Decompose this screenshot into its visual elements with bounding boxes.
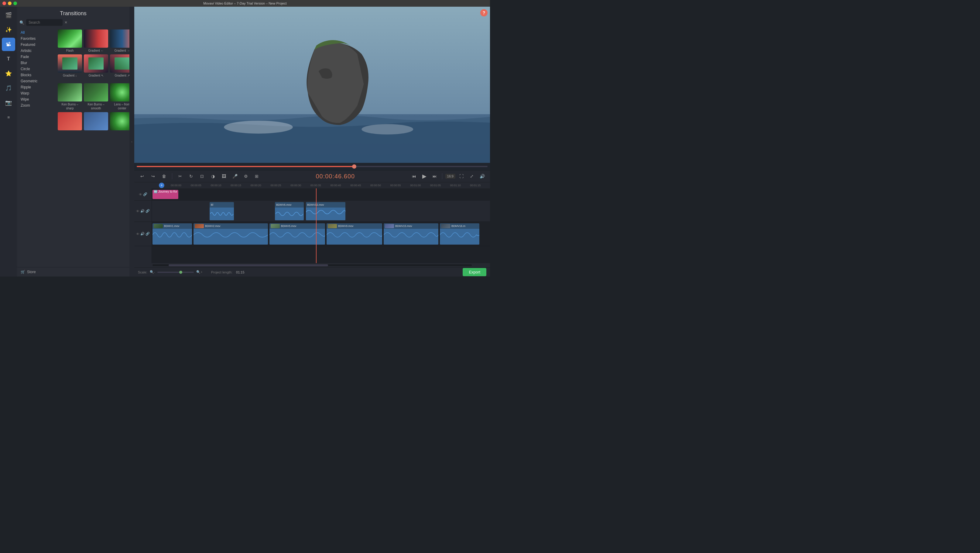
timeline-body: 👁 🔗 👁 🔊 🔗 👁 🔊 🔗 <box>134 188 490 263</box>
skip-forward-button[interactable]: ⏭ <box>430 172 439 180</box>
sidebar-item-media[interactable]: 🎬 <box>2 8 15 22</box>
skip-back-button[interactable]: ⏮ <box>410 172 418 180</box>
transitions-panel: Transitions 🔍 ✕ All Favorites Featured A… <box>17 7 129 276</box>
search-input[interactable] <box>26 19 62 26</box>
voice-button[interactable]: 🎤 <box>231 172 239 180</box>
transitions-grid: Flash Gradient ← Gradient → Gradient ↑ <box>58 29 128 131</box>
panel-collapse-button[interactable]: ‹ <box>129 7 134 276</box>
category-blur[interactable]: Blur <box>17 60 57 66</box>
clip-bdmv15[interactable]: BDMV15.mov <box>384 223 438 245</box>
transition-flower2[interactable] <box>84 112 108 131</box>
crop-button[interactable]: ⊡ <box>198 172 206 180</box>
store-button[interactable]: 🛒 Store <box>17 267 129 276</box>
category-geometric[interactable]: Geometric <box>17 78 57 84</box>
link-icon-main[interactable]: 🔗 <box>145 232 150 236</box>
clip-bdmv6[interactable]: BDMV6.mov <box>275 202 304 220</box>
transition-kb-sharp[interactable]: Ken Burns –sharp <box>58 83 82 110</box>
transition-lens2[interactable] <box>110 112 129 131</box>
category-wipe[interactable]: Wipe <box>17 96 57 102</box>
category-all[interactable]: All <box>17 29 57 35</box>
category-favorites[interactable]: Favorites <box>17 35 57 41</box>
color-button[interactable]: ◑ <box>209 172 217 180</box>
transition-lens-center-thumb <box>110 83 129 102</box>
eye-icon-main[interactable]: 👁 <box>136 232 140 236</box>
category-artistic[interactable]: Artistic <box>17 48 57 54</box>
eye-icon-title[interactable]: 👁 <box>139 193 142 196</box>
tracks-area[interactable]: 🔤 Journey to Ke Bl <box>152 188 490 263</box>
sidebar-item-titles[interactable]: T <box>2 52 15 65</box>
minimize-button[interactable] <box>8 2 11 5</box>
category-featured[interactable]: Featured <box>17 41 57 48</box>
close-button[interactable] <box>2 2 6 5</box>
progress-track[interactable] <box>137 166 488 167</box>
sidebar-item-stickers[interactable]: ⭐ <box>2 67 15 80</box>
sidebar-item-transitions[interactable]: 📽 <box>2 38 15 51</box>
ruler-mark-55: 00:00:55 <box>390 184 410 187</box>
transition-flower2-thumb <box>84 112 108 130</box>
clip-journey[interactable]: 🔤 Journey to Ke <box>153 190 178 199</box>
category-zoom[interactable]: Zoom <box>17 102 57 108</box>
export-button[interactable]: Export <box>463 268 486 276</box>
add-track-button[interactable]: + <box>159 183 164 188</box>
scale-thumb[interactable] <box>179 271 182 274</box>
clip-bdmv2[interactable]: BDMV2.mov <box>194 223 268 245</box>
broll-track: Bl BDMV6.mov <box>152 201 490 222</box>
ruler-mark-0: 00:00:00 <box>171 184 191 187</box>
volume-icon-broll[interactable]: 🔊 <box>140 209 145 213</box>
title-track-controls: 👁 🔗 <box>134 188 151 201</box>
ruler-mark-5: 00:00:05 <box>191 184 211 187</box>
sidebar-item-camera[interactable]: 📷 <box>2 96 15 109</box>
sidebar-item-audio[interactable]: 🎵 <box>2 81 15 95</box>
transition-gradient-tl[interactable]: Gradient ↖ <box>84 54 108 81</box>
timeline: + 00:00:00 00:00:05 00:00:10 00:00:15 00… <box>134 182 490 276</box>
sidebar-item-effects[interactable]: ✨ <box>2 23 15 37</box>
transition-gradient-right[interactable]: Gradient → <box>110 29 129 53</box>
fullscreen-button[interactable]: ⛶ <box>457 172 466 180</box>
transition-gradient-tr[interactable]: Gradient ↗ <box>110 54 129 81</box>
maximize-button[interactable] <box>13 2 17 5</box>
clip-bl[interactable]: Bl <box>210 202 234 220</box>
clip-bdmv5[interactable]: BDMV5.mov <box>269 223 325 245</box>
audio-mix-button[interactable]: ⊞ <box>253 172 261 180</box>
sidebar-item-more[interactable]: ≡ <box>2 111 15 124</box>
category-warp[interactable]: Warp <box>17 90 57 96</box>
volume-icon-main[interactable]: 🔊 <box>140 232 145 236</box>
svg-point-3 <box>224 121 293 133</box>
eye-icon-broll[interactable]: 👁 <box>136 209 140 213</box>
clip-bdmv16[interactable]: BDMV16.m <box>440 223 479 245</box>
link-icon-title[interactable]: 🔗 <box>143 192 147 196</box>
clip-bdmv1[interactable]: BDMV1.mov <box>153 223 192 245</box>
undo-button[interactable]: ↩ <box>138 172 146 180</box>
preview-progress <box>134 163 490 170</box>
progress-thumb[interactable] <box>352 164 356 169</box>
ruler-mark-20: 00:00:20 <box>251 184 270 187</box>
scale-slider[interactable] <box>158 272 194 273</box>
clip-bdmv9[interactable]: BDMV9.mov <box>326 223 382 245</box>
category-ripple[interactable]: Ripple <box>17 84 57 90</box>
settings-button[interactable]: ⚙ <box>242 172 250 180</box>
transition-gradient-left[interactable]: Gradient ← <box>84 29 108 53</box>
transition-flower1[interactable] <box>58 112 82 131</box>
redo-button[interactable]: ↪ <box>149 172 158 180</box>
transition-gradient-down[interactable]: Gradient ↓ <box>58 54 82 81</box>
transition-kb-smooth[interactable]: Ken Burns –smooth <box>84 83 108 110</box>
category-blocks[interactable]: Blocks <box>17 72 57 78</box>
volume-button[interactable]: 🔊 <box>478 172 486 180</box>
clip-bdmv12[interactable]: BDMV12.mov <box>306 202 345 220</box>
link-icon-broll[interactable]: 🔗 <box>145 209 150 213</box>
transition-flash[interactable]: Flash <box>58 29 82 53</box>
rotate-button[interactable]: ↻ <box>187 172 195 180</box>
window-title: Movavi Video Editor – 7-Day Trial Versio… <box>203 2 286 5</box>
close-search-icon[interactable]: ✕ <box>64 20 67 25</box>
delete-button[interactable]: 🗑 <box>160 172 168 180</box>
cut-button[interactable]: ✂ <box>176 172 185 180</box>
play-button[interactable]: ▶ <box>420 172 429 180</box>
transition-lens-center[interactable]: Lens – fromcenter <box>110 83 129 110</box>
help-button[interactable]: ? <box>480 9 488 16</box>
category-circle[interactable]: Circle <box>17 66 57 72</box>
ruler-mark-115: 00:01:15 <box>470 184 490 187</box>
category-fade[interactable]: Fade <box>17 54 57 60</box>
expand-button[interactable]: ⤢ <box>468 172 476 180</box>
aspect-ratio-badge[interactable]: 16:9 <box>445 174 455 178</box>
media-button[interactable]: 🖼 <box>220 172 228 180</box>
